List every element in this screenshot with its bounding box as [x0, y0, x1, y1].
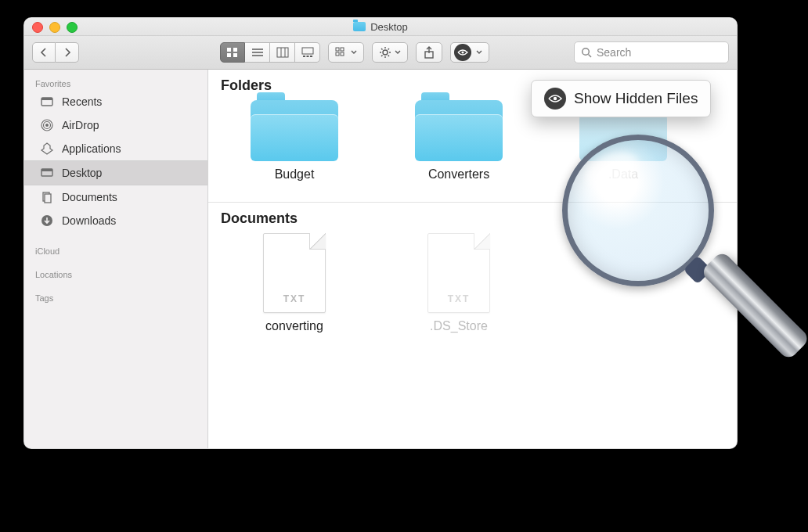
gallery-icon [301, 47, 314, 58]
magnifying-glass-graphic [562, 135, 734, 307]
applications-icon [40, 142, 54, 156]
folder-item[interactable]: Converters [404, 100, 514, 182]
downloads-icon [40, 214, 54, 228]
gear-icon [379, 46, 391, 59]
desktop-icon [40, 166, 54, 180]
title-folder-icon [353, 22, 366, 31]
eye-circle-icon [544, 88, 566, 110]
sidebar-item-label: Applications [62, 142, 121, 155]
svg-rect-15 [341, 48, 344, 51]
svg-rect-0 [227, 48, 231, 52]
svg-rect-17 [341, 52, 344, 56]
sidebar-heading-favorites: Favorites [24, 74, 207, 90]
action-menu-button[interactable] [372, 42, 408, 63]
airdrop-icon [40, 118, 54, 132]
close-window-button[interactable] [32, 22, 43, 33]
svg-rect-12 [306, 56, 308, 57]
folder-icon [251, 100, 338, 161]
titlebar: Desktop [24, 18, 737, 36]
sidebar: Favorites Recents AirDrop [24, 70, 208, 448]
column-view-button[interactable] [270, 42, 295, 63]
chevron-down-icon [476, 50, 482, 55]
svg-line-26 [381, 56, 383, 57]
file-item[interactable]: TXT converting [240, 233, 349, 333]
list-icon [251, 47, 264, 58]
eye-circle-icon [454, 44, 471, 61]
sidebar-item-documents[interactable]: Documents [24, 185, 207, 209]
item-label: Budget [275, 167, 315, 182]
svg-point-29 [583, 49, 590, 56]
group-by-button[interactable] [328, 42, 364, 63]
item-label: .DS_Store [430, 319, 488, 333]
folder-item[interactable]: Budget [240, 100, 349, 182]
sidebar-item-label: Recents [62, 95, 102, 108]
grid-small-icon [335, 47, 348, 58]
item-label: Converters [428, 167, 489, 182]
svg-rect-1 [233, 48, 237, 52]
sidebar-item-desktop[interactable]: Desktop [24, 160, 207, 185]
svg-rect-10 [302, 48, 313, 54]
folder-icon [415, 100, 503, 161]
chevron-down-icon [351, 50, 357, 55]
txt-file-icon: TXT [427, 233, 490, 313]
share-button[interactable] [416, 42, 442, 63]
sidebar-heading-tags[interactable]: Tags [24, 289, 207, 304]
item-label: converting [265, 319, 323, 333]
back-button[interactable] [32, 42, 56, 63]
svg-rect-14 [336, 48, 339, 51]
sidebar-item-recents[interactable]: Recents [24, 90, 207, 113]
zoom-window-button[interactable] [67, 22, 78, 33]
search-icon [581, 47, 592, 58]
recents-icon [40, 95, 54, 109]
svg-rect-32 [41, 98, 52, 100]
gallery-view-button[interactable] [295, 42, 320, 63]
search-placeholder: Search [597, 46, 631, 59]
svg-point-18 [383, 50, 388, 55]
svg-point-28 [461, 51, 464, 53]
chevron-right-icon [63, 48, 71, 57]
window-title: Desktop [370, 21, 408, 33]
grid-icon [226, 47, 239, 58]
toolbar: Search [24, 36, 737, 70]
file-item[interactable]: TXT .DS_Store [404, 233, 514, 333]
svg-line-25 [388, 49, 390, 50]
sidebar-item-label: AirDrop [62, 119, 99, 131]
svg-line-30 [589, 55, 592, 58]
columns-icon [276, 47, 289, 58]
list-view-button[interactable] [245, 42, 270, 63]
sidebar-heading-icloud[interactable]: iCloud [24, 242, 207, 257]
svg-rect-39 [45, 194, 51, 203]
forward-button[interactable] [56, 42, 79, 63]
svg-rect-37 [41, 169, 52, 171]
svg-rect-7 [277, 48, 288, 57]
svg-rect-2 [227, 53, 231, 57]
chevron-left-icon [40, 48, 48, 57]
svg-rect-13 [310, 56, 312, 57]
svg-point-41 [554, 97, 557, 100]
sidebar-item-applications[interactable]: Applications [24, 137, 207, 160]
svg-line-24 [388, 56, 390, 57]
popover-label: Show Hidden Files [574, 90, 698, 107]
svg-line-23 [381, 49, 383, 50]
svg-point-33 [45, 124, 49, 127]
minimize-window-button[interactable] [49, 22, 60, 33]
chevron-down-icon [395, 50, 401, 55]
sidebar-item-label: Documents [62, 191, 117, 203]
sidebar-heading-locations[interactable]: Locations [24, 265, 207, 281]
sidebar-item-label: Desktop [62, 167, 102, 179]
svg-rect-3 [233, 53, 237, 57]
hidden-files-menu-button[interactable] [450, 42, 489, 63]
svg-rect-11 [303, 56, 305, 57]
search-field[interactable]: Search [574, 41, 729, 63]
txt-file-icon: TXT [263, 233, 326, 313]
sidebar-item-label: Downloads [62, 214, 116, 227]
show-hidden-files-popover[interactable]: Show Hidden Files [531, 80, 711, 117]
documents-icon [40, 190, 54, 204]
share-icon [424, 46, 435, 59]
icon-view-button[interactable] [220, 42, 245, 63]
sidebar-item-airdrop[interactable]: AirDrop [24, 113, 207, 137]
svg-rect-16 [336, 52, 339, 56]
sidebar-item-downloads[interactable]: Downloads [24, 209, 207, 232]
